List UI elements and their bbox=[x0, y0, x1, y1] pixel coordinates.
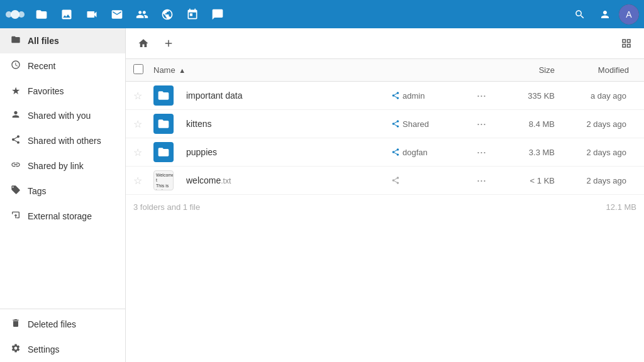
modified-col: 2 days ago bbox=[555, 119, 636, 129]
star-toggle[interactable]: ☆ bbox=[133, 90, 142, 101]
file-size-label: 335 KB bbox=[528, 91, 555, 101]
notes-nav-icon[interactable] bbox=[206, 3, 229, 26]
video-nav-icon[interactable] bbox=[80, 3, 103, 26]
modified-col: 2 days ago bbox=[555, 175, 636, 185]
sidebar-item-external-storage[interactable]: External storage bbox=[0, 204, 125, 229]
file-name-label: kittens bbox=[186, 119, 211, 129]
file-table: Name ▲ Size Modified ☆ bbox=[126, 59, 644, 362]
size-col: 3.3 MB bbox=[504, 147, 555, 157]
grid-view-button[interactable] bbox=[616, 33, 636, 53]
modified-col: 2 days ago bbox=[555, 147, 636, 157]
file-modified-label: a day ago bbox=[591, 91, 629, 101]
user-status-icon[interactable] bbox=[594, 3, 616, 26]
file-size-label: 3.3 MB bbox=[529, 148, 555, 157]
link-icon bbox=[10, 160, 21, 172]
file-name-label: puppies bbox=[186, 147, 217, 157]
row-actions-button[interactable]: ··· bbox=[473, 173, 490, 189]
svg-point-2 bbox=[18, 11, 25, 18]
header-name-col[interactable]: Name ▲ bbox=[153, 65, 391, 75]
mail-nav-icon[interactable] bbox=[106, 3, 128, 26]
row-actions-button[interactable]: ··· bbox=[473, 145, 490, 160]
view-toggle bbox=[616, 33, 636, 53]
sidebar-item-shared-by-link[interactable]: Shared by link bbox=[0, 153, 125, 178]
calendar-nav-icon[interactable] bbox=[181, 3, 204, 26]
modified-col: a day ago bbox=[555, 90, 636, 101]
sidebar-item-settings[interactable]: Settings bbox=[0, 337, 125, 362]
table-row[interactable]: ☆ important data admin ··· bbox=[126, 82, 644, 110]
home-button[interactable] bbox=[133, 33, 153, 53]
row-checkbox-col: ☆ bbox=[133, 146, 153, 158]
app-logo[interactable] bbox=[5, 4, 25, 25]
sort-icon: ▲ bbox=[179, 67, 186, 74]
share-text: dogfan bbox=[402, 148, 428, 157]
row-actions-button[interactable]: ··· bbox=[473, 116, 490, 132]
svg-text:A: A bbox=[626, 9, 632, 19]
avatar[interactable]: A bbox=[619, 4, 639, 25]
trash-icon bbox=[10, 318, 21, 331]
folder-shared-icon bbox=[153, 114, 174, 134]
share-col: Shared bbox=[391, 119, 473, 129]
new-file-button[interactable] bbox=[158, 33, 179, 53]
sidebar-item-tags[interactable]: Tags bbox=[0, 178, 125, 204]
header-modified-col[interactable]: Modified bbox=[555, 65, 636, 75]
star-toggle[interactable]: ☆ bbox=[133, 119, 142, 129]
table-footer: 3 folders and 1 file 12.1 MB bbox=[126, 195, 644, 219]
star-icon: ★ bbox=[10, 85, 21, 97]
contacts-nav-icon[interactable] bbox=[131, 3, 153, 26]
main-layout: All files Recent ★ Favorites Shared with… bbox=[0, 28, 644, 362]
content-area: Name ▲ Size Modified ☆ bbox=[126, 28, 644, 362]
photos-nav-icon[interactable] bbox=[55, 3, 78, 26]
sidebar-item-shared-with-others[interactable]: Shared with others bbox=[0, 128, 125, 153]
share-col bbox=[391, 176, 473, 185]
modified-header-label: Modified bbox=[598, 65, 629, 75]
sidebar-item-label: External storage bbox=[28, 211, 92, 221]
sidebar-item-label: Shared by link bbox=[28, 161, 84, 171]
share-info bbox=[391, 176, 473, 185]
table-header: Name ▲ Size Modified bbox=[126, 59, 644, 82]
sidebar-item-shared-with-you[interactable]: Shared with you bbox=[0, 103, 125, 128]
share-info: admin bbox=[391, 91, 473, 101]
file-size-label: 8.4 MB bbox=[529, 119, 555, 129]
files-nav-icon[interactable] bbox=[30, 3, 53, 26]
table-row[interactable]: ☆ kittens Shared ··· bbox=[126, 110, 644, 138]
tag-icon bbox=[10, 185, 21, 197]
share-text: admin bbox=[402, 91, 425, 101]
federation-nav-icon[interactable] bbox=[156, 3, 179, 26]
folder-shared-icon bbox=[153, 142, 174, 162]
folder-shared-icon bbox=[153, 85, 174, 106]
file-modified-label: 2 days ago bbox=[586, 148, 629, 157]
file-name-label: important data bbox=[186, 90, 243, 101]
search-icon[interactable] bbox=[569, 3, 591, 26]
sidebar-item-label: Favorites bbox=[28, 86, 64, 96]
star-toggle[interactable]: ☆ bbox=[133, 147, 142, 158]
size-col: 8.4 MB bbox=[504, 119, 555, 129]
table-row[interactable]: ☆ Welcome tThis is justThe publi welcome… bbox=[126, 167, 644, 195]
star-toggle[interactable]: ☆ bbox=[133, 175, 142, 186]
sidebar-item-favorites[interactable]: ★ Favorites bbox=[0, 79, 125, 103]
svg-point-0 bbox=[11, 10, 19, 19]
sidebar-item-label: Shared with others bbox=[28, 136, 101, 146]
sidebar-item-label: Shared with you bbox=[28, 111, 91, 121]
file-count-label: 3 folders and 1 file bbox=[133, 202, 200, 212]
select-all-checkbox[interactable] bbox=[133, 64, 143, 74]
share-icon bbox=[391, 148, 400, 156]
table-row[interactable]: ☆ puppies dogfan ··· bbox=[126, 138, 644, 167]
text-file-icon: Welcome tThis is justThe publi bbox=[153, 170, 174, 190]
sidebar-item-recent[interactable]: Recent bbox=[0, 53, 125, 79]
sidebar: All files Recent ★ Favorites Shared with… bbox=[0, 28, 126, 362]
external-icon bbox=[10, 210, 21, 222]
total-size-label: 12.1 MB bbox=[606, 202, 636, 212]
share-icon bbox=[391, 91, 400, 100]
share-col: dogfan bbox=[391, 148, 473, 157]
share-info: Shared bbox=[391, 119, 473, 129]
svg-point-1 bbox=[6, 11, 12, 18]
row-checkbox-col: ☆ bbox=[133, 90, 153, 102]
row-actions-button[interactable]: ··· bbox=[473, 88, 490, 104]
sidebar-item-deleted-files[interactable]: Deleted files bbox=[0, 312, 125, 337]
header-size-col[interactable]: Size bbox=[504, 65, 555, 75]
sidebar-item-all-files[interactable]: All files bbox=[0, 28, 125, 53]
sidebar-item-label: Recent bbox=[28, 61, 55, 71]
file-name-col: puppies bbox=[153, 142, 391, 162]
file-name-col: Welcome tThis is justThe publi welcome.t… bbox=[153, 170, 391, 190]
person-icon bbox=[10, 109, 21, 122]
